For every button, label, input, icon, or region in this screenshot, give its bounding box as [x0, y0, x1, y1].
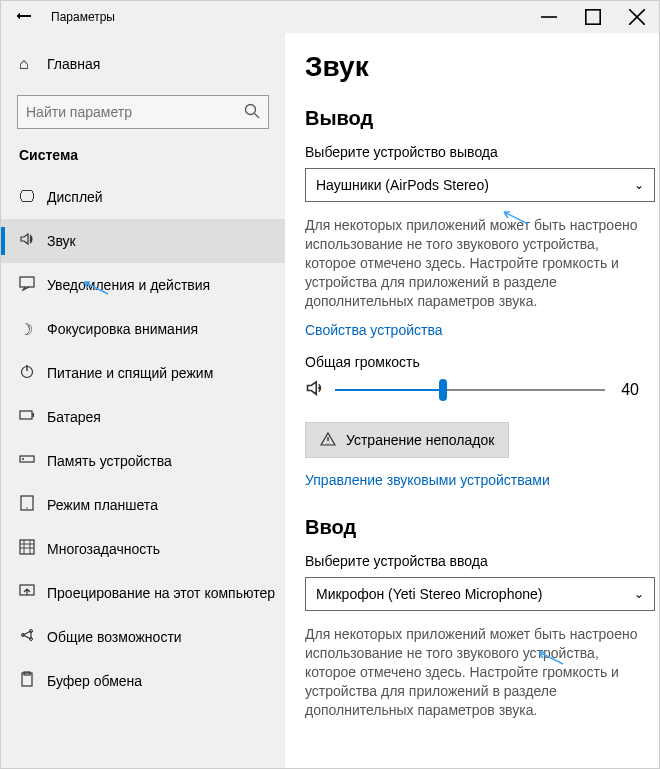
- sidebar-item-shared[interactable]: Общие возможности: [1, 615, 285, 659]
- sidebar-item-label: Буфер обмена: [47, 673, 142, 689]
- sidebar-item-label: Батарея: [47, 409, 101, 425]
- section-heading: Система: [1, 147, 285, 175]
- input-description: Для некоторых приложений может быть наст…: [305, 625, 639, 719]
- input-heading: Ввод: [305, 516, 639, 539]
- sidebar-item-label: Общие возможности: [47, 629, 182, 645]
- sidebar-item-multitask[interactable]: Многозадачность: [1, 527, 285, 571]
- sidebar-item-label: Дисплей: [47, 189, 103, 205]
- troubleshoot-button[interactable]: Устранение неполадок: [305, 422, 509, 458]
- sidebar-item-label: Питание и спящий режим: [47, 365, 213, 381]
- volume-row: 40: [305, 378, 639, 402]
- multitask-icon: [19, 539, 47, 559]
- sidebar-item-projecting[interactable]: Проецирование на этот компьютер: [1, 571, 285, 615]
- troubleshoot-label: Устранение неполадок: [346, 432, 494, 448]
- device-properties-link[interactable]: Свойства устройства: [305, 322, 639, 338]
- sidebar-item-label: Уведомления и действия: [47, 277, 210, 293]
- svg-rect-4: [20, 411, 32, 419]
- sidebar-item-clipboard[interactable]: Буфер обмена: [1, 659, 285, 703]
- output-heading: Вывод: [305, 107, 639, 130]
- search-box[interactable]: [17, 95, 269, 129]
- storage-icon: [19, 451, 47, 471]
- page-title: Звук: [305, 51, 639, 83]
- sidebar-item-label: Многозадачность: [47, 541, 160, 557]
- sidebar-item-label: Фокусировка внимания: [47, 321, 198, 337]
- sidebar-item-tablet[interactable]: Режим планшета: [1, 483, 285, 527]
- content-pane: Звук Вывод Выберите устройство вывода На…: [285, 33, 659, 768]
- minimize-icon: [541, 9, 557, 25]
- notifications-icon: [19, 275, 47, 295]
- sidebar-item-notifications[interactable]: Уведомления и действия: [1, 263, 285, 307]
- svg-rect-10: [20, 540, 34, 554]
- sidebar-item-power[interactable]: Питание и спящий режим: [1, 351, 285, 395]
- projecting-icon: [19, 583, 47, 603]
- input-device-selected: Микрофон (Yeti Stereo Microphone): [316, 586, 634, 602]
- tablet-icon: [19, 495, 47, 515]
- battery-icon: [19, 407, 47, 427]
- volume-slider[interactable]: [335, 389, 605, 391]
- back-button[interactable]: 🠔: [1, 8, 47, 26]
- display-icon: 🖵: [19, 188, 47, 206]
- maximize-button[interactable]: [571, 1, 615, 33]
- svg-point-9: [26, 507, 27, 508]
- output-select-label: Выберите устройство вывода: [305, 144, 639, 160]
- speaker-icon[interactable]: [305, 378, 325, 402]
- sidebar-item-label: Память устройства: [47, 453, 172, 469]
- sidebar-item-storage[interactable]: Память устройства: [1, 439, 285, 483]
- sidebar-item-sound[interactable]: Звук: [1, 219, 285, 263]
- home-nav[interactable]: ⌂ Главная: [1, 43, 285, 85]
- warning-icon: [320, 431, 336, 450]
- chevron-down-icon: ⌄: [634, 587, 644, 601]
- sidebar-item-label: Проецирование на этот компьютер: [47, 585, 275, 601]
- shared-icon: [19, 627, 47, 647]
- sound-icon: [19, 231, 47, 251]
- search-icon: [244, 103, 260, 122]
- sidebar-item-battery[interactable]: Батарея: [1, 395, 285, 439]
- clipboard-icon: [19, 671, 47, 691]
- output-device-dropdown[interactable]: Наушники (AirPods Stereo) ⌄: [305, 168, 655, 202]
- svg-rect-5: [33, 413, 35, 417]
- svg-rect-2: [20, 277, 34, 287]
- sidebar-item-focus[interactable]: ☽ Фокусировка внимания: [1, 307, 285, 351]
- manage-devices-link[interactable]: Управление звуковыми устройствами: [305, 472, 639, 488]
- focus-icon: ☽: [19, 320, 47, 339]
- home-label: Главная: [47, 56, 100, 72]
- output-description: Для некоторых приложений может быть наст…: [305, 216, 639, 310]
- volume-label: Общая громкость: [305, 354, 639, 370]
- svg-rect-0: [586, 10, 600, 24]
- sidebar-item-label: Звук: [47, 233, 76, 249]
- power-icon: [19, 363, 47, 383]
- search-input[interactable]: [26, 104, 244, 120]
- minimize-button[interactable]: [527, 1, 571, 33]
- svg-point-7: [22, 458, 24, 460]
- input-select-label: Выберите устройства ввода: [305, 553, 639, 569]
- output-device-selected: Наушники (AirPods Stereo): [316, 177, 634, 193]
- window-title: Параметры: [47, 10, 527, 24]
- chevron-down-icon: ⌄: [634, 178, 644, 192]
- input-device-dropdown[interactable]: Микрофон (Yeti Stereo Microphone) ⌄: [305, 577, 655, 611]
- close-icon: [629, 9, 645, 25]
- home-icon: ⌂: [19, 55, 47, 73]
- close-button[interactable]: [615, 1, 659, 33]
- volume-value: 40: [621, 381, 639, 399]
- maximize-icon: [585, 9, 601, 25]
- sidebar-item-display[interactable]: 🖵 Дисплей: [1, 175, 285, 219]
- svg-point-1: [246, 104, 256, 114]
- sidebar-item-label: Режим планшета: [47, 497, 158, 513]
- sidebar: ⌂ Главная Система 🖵 Дисплей Звук Уведомл…: [1, 33, 285, 768]
- titlebar: 🠔 Параметры: [1, 1, 659, 33]
